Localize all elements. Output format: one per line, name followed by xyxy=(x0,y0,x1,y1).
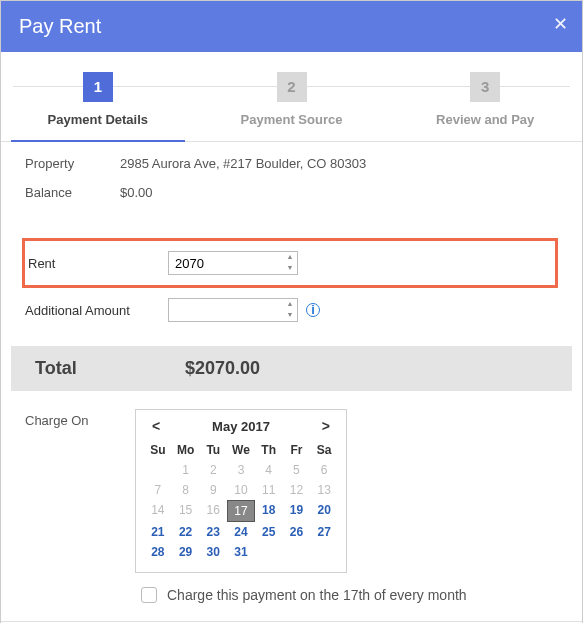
rent-input[interactable] xyxy=(168,251,298,275)
additional-input[interactable] xyxy=(168,298,298,322)
calendar-dow: Tu xyxy=(199,440,227,460)
calendar-day[interactable]: 18 xyxy=(255,500,283,522)
calendar-day[interactable]: 8 xyxy=(172,480,200,500)
rent-input-wrap: ▲ ▼ xyxy=(168,251,298,275)
total-label: Total xyxy=(35,358,185,379)
calendar: < May 2017 > SuMoTuWeThFrSa1234567891011… xyxy=(135,409,347,573)
calendar-day[interactable]: 1 xyxy=(172,460,200,480)
step-label: Review and Pay xyxy=(388,112,582,127)
calendar-dow: Mo xyxy=(172,440,200,460)
step-number: 2 xyxy=(277,72,307,102)
step-label: Payment Source xyxy=(195,112,389,127)
total-bar: Total $2070.00 xyxy=(11,346,572,391)
amount-fields: Rent ▲ ▼ Additional Amount ▲ ▼ i xyxy=(1,228,582,332)
additional-step-up-icon[interactable]: ▲ xyxy=(283,299,297,310)
calendar-day[interactable]: 17 xyxy=(227,500,255,522)
close-icon[interactable]: ✕ xyxy=(553,13,568,35)
property-label: Property xyxy=(25,156,120,171)
step-number: 1 xyxy=(83,72,113,102)
calendar-day xyxy=(310,542,338,562)
recurring-row: Charge this payment on the 17th of every… xyxy=(1,583,582,621)
calendar-day[interactable]: 7 xyxy=(144,480,172,500)
calendar-day xyxy=(283,542,311,562)
step-number: 3 xyxy=(470,72,500,102)
additional-input-wrap: ▲ ▼ xyxy=(168,298,298,322)
calendar-day[interactable]: 20 xyxy=(310,500,338,522)
calendar-day[interactable]: 23 xyxy=(199,522,227,542)
property-value: 2985 Aurora Ave, #217 Boulder, CO 80303 xyxy=(120,156,558,171)
calendar-next-icon[interactable]: > xyxy=(318,418,334,434)
total-value: $2070.00 xyxy=(185,358,260,379)
calendar-day[interactable]: 5 xyxy=(283,460,311,480)
step-label: Payment Details xyxy=(1,112,195,127)
pay-rent-modal: Pay Rent ✕ 1 Payment Details 2 Payment S… xyxy=(0,0,583,623)
calendar-day[interactable]: 3 xyxy=(227,460,255,480)
additional-step-down-icon[interactable]: ▼ xyxy=(283,310,297,321)
step-indicator: 1 Payment Details 2 Payment Source 3 Rev… xyxy=(1,64,582,142)
calendar-day[interactable]: 29 xyxy=(172,542,200,562)
charge-on-section: Charge On < May 2017 > SuMoTuWeThFrSa123… xyxy=(1,391,582,583)
calendar-day[interactable]: 9 xyxy=(199,480,227,500)
calendar-day[interactable]: 28 xyxy=(144,542,172,562)
calendar-dow: Su xyxy=(144,440,172,460)
calendar-day[interactable]: 15 xyxy=(172,500,200,522)
recurring-checkbox[interactable] xyxy=(141,587,157,603)
additional-label: Additional Amount xyxy=(25,303,168,318)
calendar-day[interactable]: 12 xyxy=(283,480,311,500)
calendar-grid: SuMoTuWeThFrSa12345678910111213141516171… xyxy=(144,440,338,562)
rent-label: Rent xyxy=(25,256,168,271)
additional-row: Additional Amount ▲ ▼ i xyxy=(25,298,558,322)
calendar-day xyxy=(144,460,172,480)
balance-value: $0.00 xyxy=(120,185,558,200)
calendar-day[interactable]: 27 xyxy=(310,522,338,542)
calendar-day[interactable]: 10 xyxy=(227,480,255,500)
balance-row: Balance $0.00 xyxy=(25,185,558,200)
rent-step-down-icon[interactable]: ▼ xyxy=(283,263,297,274)
calendar-day[interactable]: 4 xyxy=(255,460,283,480)
step-payment-source[interactable]: 2 Payment Source xyxy=(195,64,389,141)
calendar-day[interactable]: 11 xyxy=(255,480,283,500)
calendar-day[interactable]: 6 xyxy=(310,460,338,480)
info-icon[interactable]: i xyxy=(306,303,320,317)
calendar-day[interactable]: 19 xyxy=(283,500,311,522)
rent-step-up-icon[interactable]: ▲ xyxy=(283,252,297,263)
step-review-pay[interactable]: 3 Review and Pay xyxy=(388,64,582,141)
property-row: Property 2985 Aurora Ave, #217 Boulder, … xyxy=(25,156,558,171)
calendar-day[interactable]: 31 xyxy=(227,542,255,562)
calendar-day[interactable]: 30 xyxy=(199,542,227,562)
calendar-day[interactable]: 14 xyxy=(144,500,172,522)
calendar-header: < May 2017 > xyxy=(144,416,338,440)
calendar-dow: Th xyxy=(255,440,283,460)
calendar-day[interactable]: 22 xyxy=(172,522,200,542)
step-payment-details[interactable]: 1 Payment Details xyxy=(1,64,195,141)
calendar-day[interactable]: 24 xyxy=(227,522,255,542)
calendar-dow: Fr xyxy=(283,440,311,460)
modal-title: Pay Rent xyxy=(19,15,564,38)
calendar-prev-icon[interactable]: < xyxy=(148,418,164,434)
charge-on-label: Charge On xyxy=(25,409,135,573)
calendar-day[interactable]: 21 xyxy=(144,522,172,542)
balance-label: Balance xyxy=(25,185,120,200)
recurring-label: Charge this payment on the 17th of every… xyxy=(167,587,467,603)
calendar-day xyxy=(255,542,283,562)
calendar-day[interactable]: 16 xyxy=(199,500,227,522)
calendar-day[interactable]: 26 xyxy=(283,522,311,542)
calendar-day[interactable]: 25 xyxy=(255,522,283,542)
calendar-dow: We xyxy=(227,440,255,460)
calendar-dow: Sa xyxy=(310,440,338,460)
details-section: Property 2985 Aurora Ave, #217 Boulder, … xyxy=(1,142,582,228)
calendar-day[interactable]: 13 xyxy=(310,480,338,500)
calendar-day[interactable]: 2 xyxy=(199,460,227,480)
calendar-month: May 2017 xyxy=(212,419,270,434)
modal-header: Pay Rent ✕ xyxy=(1,1,582,52)
rent-row: Rent ▲ ▼ xyxy=(22,238,558,288)
